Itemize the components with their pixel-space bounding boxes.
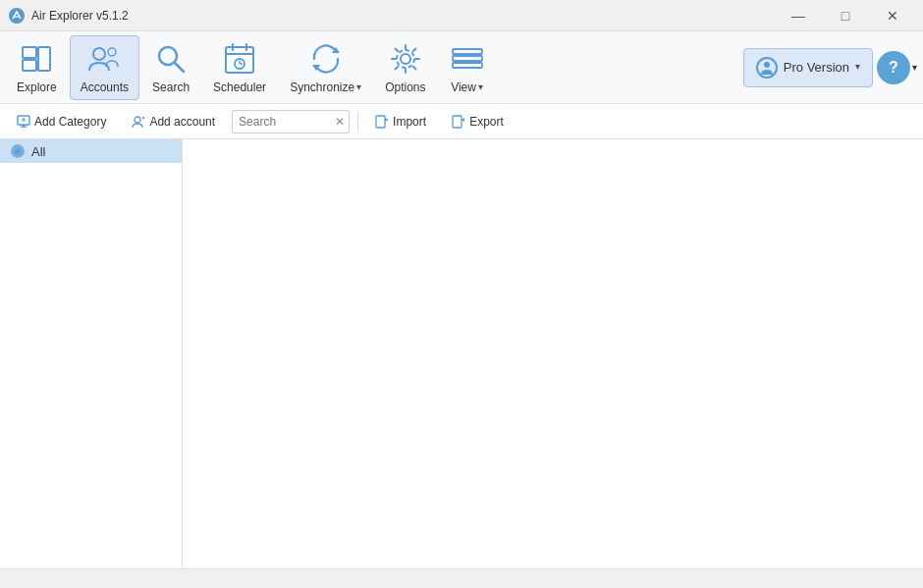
pro-version-label: Pro Version bbox=[784, 60, 849, 75]
scheduler-icon bbox=[222, 41, 257, 77]
maximize-button[interactable]: □ bbox=[823, 0, 868, 31]
title-left: Air Explorer v5.1.2 bbox=[8, 7, 129, 25]
pro-group: Pro Version ▾ ? ▾ bbox=[743, 48, 917, 87]
svg-rect-32 bbox=[376, 116, 385, 128]
account-search-box[interactable]: ✕ bbox=[232, 110, 350, 134]
help-button[interactable]: ? bbox=[877, 51, 910, 84]
svg-point-0 bbox=[9, 8, 25, 24]
toolbar-search-button[interactable]: Search bbox=[141, 35, 200, 100]
svg-rect-20 bbox=[453, 56, 482, 61]
export-button[interactable]: Export bbox=[443, 111, 513, 133]
svg-rect-1 bbox=[23, 47, 36, 58]
import-icon bbox=[375, 115, 389, 129]
view-icon bbox=[450, 41, 485, 77]
options-label: Options bbox=[385, 80, 425, 94]
import-button[interactable]: Import bbox=[366, 111, 435, 133]
sidebar: All bbox=[0, 139, 183, 568]
export-label: Export bbox=[469, 115, 504, 129]
view-label: View bbox=[451, 80, 476, 94]
toolbar-accounts-button[interactable]: Accounts bbox=[70, 35, 139, 100]
pro-arrow: ▾ bbox=[855, 61, 860, 72]
add-category-label: Add Category bbox=[34, 115, 106, 129]
svg-rect-21 bbox=[453, 63, 482, 68]
title-bar: Air Explorer v5.1.2 — □ ✕ bbox=[0, 0, 923, 31]
search-icon bbox=[153, 41, 189, 77]
sidebar-item-all[interactable]: All bbox=[0, 139, 182, 163]
sidebar-all-label: All bbox=[31, 144, 45, 159]
main-content: All bbox=[0, 139, 923, 568]
accounts-toolbar: Add Category Add account ✕ Import Export bbox=[0, 104, 923, 139]
toolbar-options-button[interactable]: Options bbox=[374, 35, 436, 100]
minimize-button[interactable]: — bbox=[776, 0, 821, 31]
app-icon bbox=[8, 7, 26, 25]
synchronize-label: Synchronize bbox=[290, 80, 354, 94]
synchronize-arrow: ▾ bbox=[356, 81, 361, 92]
accounts-label: Accounts bbox=[81, 80, 129, 94]
options-icon bbox=[388, 41, 423, 77]
add-account-label: Add account bbox=[149, 115, 215, 129]
svg-rect-19 bbox=[453, 49, 482, 54]
search-label: Search bbox=[152, 80, 190, 94]
toolbar-explore-button[interactable]: Explore bbox=[6, 35, 68, 100]
title-controls: — □ ✕ bbox=[776, 0, 915, 31]
synchronize-icon bbox=[308, 41, 344, 77]
pro-version-button[interactable]: Pro Version ▾ bbox=[743, 48, 873, 87]
toolbar: Explore Accounts Search Scheduler bbox=[0, 31, 923, 104]
add-category-icon bbox=[17, 115, 30, 129]
pro-version-icon bbox=[756, 57, 778, 79]
add-account-icon bbox=[132, 115, 145, 129]
add-category-button[interactable]: Add Category bbox=[8, 111, 115, 133]
accounts-icon bbox=[86, 41, 122, 77]
help-icon: ? bbox=[889, 59, 898, 77]
svg-rect-35 bbox=[453, 116, 462, 128]
explore-icon bbox=[19, 41, 54, 77]
account-search-input[interactable] bbox=[233, 113, 331, 131]
svg-line-7 bbox=[175, 63, 184, 72]
all-icon bbox=[10, 143, 26, 159]
svg-point-4 bbox=[93, 48, 105, 60]
view-arrow: ▾ bbox=[478, 81, 483, 92]
import-label: Import bbox=[393, 115, 426, 129]
svg-point-18 bbox=[397, 50, 414, 68]
status-bar bbox=[0, 568, 923, 588]
close-button[interactable]: ✕ bbox=[870, 0, 915, 31]
svg-point-17 bbox=[401, 54, 410, 64]
content-area bbox=[183, 139, 923, 568]
svg-rect-2 bbox=[23, 60, 36, 71]
svg-point-29 bbox=[135, 117, 140, 123]
toolbar-synchronize-button[interactable]: Synchronize ▾ bbox=[279, 35, 372, 100]
svg-point-5 bbox=[108, 48, 116, 56]
scheduler-label: Scheduler bbox=[213, 80, 266, 94]
add-account-button[interactable]: Add account bbox=[123, 111, 224, 133]
toolbar-scheduler-button[interactable]: Scheduler bbox=[202, 35, 277, 100]
svg-rect-3 bbox=[38, 47, 50, 71]
search-clear-button[interactable]: ✕ bbox=[331, 116, 349, 128]
toolbar-view-button[interactable]: View ▾ bbox=[439, 35, 496, 100]
svg-point-23 bbox=[764, 62, 770, 68]
help-dropdown-arrow[interactable]: ▾ bbox=[912, 62, 917, 73]
app-title: Air Explorer v5.1.2 bbox=[31, 9, 129, 23]
toolbar-divider bbox=[357, 112, 358, 132]
svg-point-40 bbox=[17, 150, 20, 153]
export-icon bbox=[452, 115, 465, 129]
svg-marker-34 bbox=[385, 118, 388, 122]
explore-label: Explore bbox=[17, 80, 57, 94]
